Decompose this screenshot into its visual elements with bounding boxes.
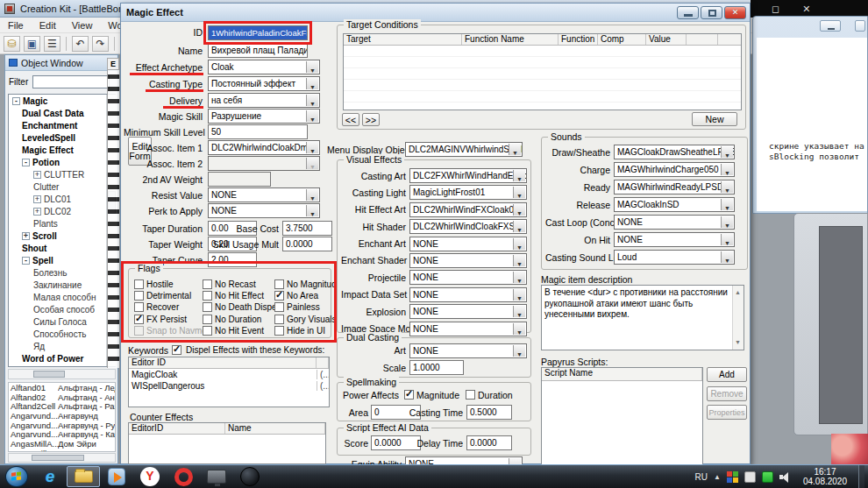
cell-list-item[interactable]: Alftand02 Альфтанд - Аним [9, 393, 115, 402]
visual-effect-dropdown[interactable]: DLC2FXWhirlWindHandEffects [409, 168, 527, 183]
checkbox-icon[interactable] [274, 326, 284, 336]
sound-dropdown[interactable]: MAGCloakDrawSheatheLPMSD [614, 145, 735, 159]
language-indicator[interactable]: RU [695, 472, 708, 482]
dropdown-arrow-icon[interactable] [513, 170, 525, 181]
taskbar-item-explorer[interactable] [67, 466, 100, 487]
description-textarea[interactable]: В течение <dur> с противники на расстоян… [541, 285, 744, 350]
tree-item[interactable]: Magic Effect [9, 144, 115, 156]
checkbox-icon[interactable] [203, 302, 212, 312]
cell-list-item[interactable]: Alftand2Cell Альфтанд - Разр [9, 401, 115, 411]
scroll-up-icon[interactable]: ▲ [735, 287, 741, 299]
column-header[interactable] [715, 34, 718, 45]
archetype-dropdown[interactable]: Cloak [208, 60, 320, 74]
tree-item[interactable]: Plants [9, 217, 115, 230]
dropdown-arrow-icon[interactable] [513, 238, 525, 250]
expand-icon[interactable] [22, 257, 30, 265]
save-icon[interactable]: ▣ [24, 36, 40, 52]
sound-dropdown[interactable]: Loud [614, 250, 735, 265]
keyword-row[interactable]: WISpellDangerous (... [129, 380, 329, 392]
flag-checkbox-item[interactable]: Gory Visuals [274, 315, 336, 324]
dropdown-arrow-icon[interactable] [513, 345, 525, 357]
checkbox-icon[interactable] [203, 279, 212, 289]
dropdown-arrow-icon[interactable] [306, 110, 318, 122]
minimize-button[interactable] [677, 6, 699, 19]
checkbox-icon[interactable] [203, 326, 212, 336]
cell-list-item[interactable]: AngasMillC... Деревня Анга - [9, 449, 115, 452]
dropdown-arrow-icon[interactable] [306, 205, 318, 216]
flag-checkbox-item[interactable]: No Duration [203, 315, 274, 324]
show-desktop-button[interactable] [858, 465, 864, 488]
flag-checkbox-item[interactable]: Detrimental [134, 291, 203, 301]
checkbox-icon[interactable] [134, 291, 144, 301]
cell-list-item[interactable]: Angarvund... Ангарвунд [9, 411, 115, 421]
dropdown-arrow-icon[interactable] [513, 187, 525, 198]
next-condition-button[interactable]: >> [362, 113, 380, 126]
menu-item[interactable]: View [64, 18, 101, 32]
maximize-button[interactable] [701, 6, 722, 19]
checkbox-icon[interactable] [134, 279, 144, 289]
open-icon[interactable]: ⛁ [4, 36, 20, 52]
flag-checkbox-item[interactable]: FX Persist [134, 315, 203, 324]
tree-item[interactable]: Clutter [9, 180, 115, 193]
close-button[interactable]: ✕ [724, 6, 746, 19]
tree-item[interactable]: Dual Cast Data [9, 107, 115, 119]
keyword-browse-button[interactable]: (... [317, 370, 329, 379]
tree-item[interactable]: Способность [9, 328, 115, 340]
expand-icon[interactable] [12, 97, 20, 105]
menu-display-dropdown[interactable]: DLC2MAGINVWhirlwindSpellArt [405, 142, 523, 157]
tree-item[interactable]: Potion [9, 156, 115, 168]
dropdown-arrow-icon[interactable] [509, 144, 521, 155]
expand-icon[interactable] [22, 232, 30, 240]
description-scrollbar[interactable]: ▲▼ [732, 286, 743, 350]
new-condition-button[interactable]: New [692, 112, 737, 126]
flag-checkbox-item[interactable]: No Recast [203, 279, 274, 289]
expand-icon[interactable] [33, 195, 41, 203]
tree-item[interactable]: Малая способн [9, 291, 115, 303]
base-cost-input[interactable]: 3.7500 [282, 221, 332, 236]
id-input[interactable]: 1WhirlwindPaladinCloakFFSelf [208, 25, 308, 40]
scrollbar-thumb[interactable] [33, 371, 65, 378]
tree-item[interactable]: Силы Голоса [9, 315, 115, 328]
sound-dropdown[interactable]: MAGWhirlwindReadyLPSD [614, 180, 735, 194]
tree-item[interactable]: DLC01 [9, 193, 115, 205]
dropdown-arrow-icon[interactable] [306, 95, 318, 106]
expand-icon[interactable] [33, 208, 41, 216]
dropdown-arrow-icon[interactable] [721, 199, 733, 210]
visual-effect-dropdown[interactable]: NONE [409, 322, 527, 336]
magnitude-checkbox[interactable] [404, 390, 414, 400]
tree-item[interactable]: Болезнь [9, 266, 115, 279]
visual-effect-dropdown[interactable]: DLC2WhirlWindFXCloak01 [409, 202, 527, 217]
dropdown-arrow-icon[interactable] [513, 204, 525, 216]
flag-checkbox-item[interactable]: No Area [274, 291, 336, 301]
delivery-dropdown[interactable]: на себя [208, 93, 320, 108]
flag-checkbox-item[interactable]: Snap to Navmesh [134, 326, 203, 336]
flag-checkbox-item[interactable]: No Hit Effect [203, 291, 274, 301]
volume-icon[interactable] [779, 471, 792, 483]
hidden-icons-icon[interactable]: ▲ [714, 473, 721, 481]
taskbar-item-game[interactable] [233, 465, 267, 488]
tree-item[interactable]: Scroll [9, 230, 115, 242]
visual-effect-dropdown[interactable]: NONE [409, 287, 527, 302]
cell-list-item[interactable]: Angarvund... Ангарвунд - Рун [9, 421, 115, 430]
tray-clipboard-icon[interactable] [744, 471, 756, 483]
expand-icon[interactable] [22, 159, 30, 166]
close-icon[interactable]: ✕ [802, 4, 810, 15]
checkbox-icon[interactable] [203, 291, 212, 301]
dropdown-arrow-icon[interactable] [513, 272, 525, 283]
column-header[interactable]: Function Name [462, 34, 559, 45]
undo-icon[interactable]: ↶ [72, 36, 89, 52]
visual-effect-dropdown[interactable]: MagicLightFrost01 [409, 185, 527, 200]
column-header[interactable]: Comp [598, 34, 646, 45]
tree-item[interactable]: DLC02 [9, 205, 115, 217]
perk-to-apply-dropdown[interactable]: NONE [208, 203, 320, 218]
dropdown-arrow-icon[interactable] [513, 289, 525, 301]
dual-scale-input[interactable]: 1.0000 [409, 360, 464, 375]
prev-condition-button[interactable]: << [342, 113, 359, 126]
column-header[interactable]: Value [646, 34, 687, 45]
cell-list-item[interactable]: Alftand01 Альфтанд - Ледя [9, 383, 115, 393]
visual-effect-dropdown[interactable]: NONE [409, 270, 527, 285]
tree-item[interactable]: CLUTTER [9, 168, 115, 180]
dual-art-dropdown[interactable]: NONE [409, 343, 527, 358]
tree-item[interactable]: Miscellaneous [9, 364, 115, 367]
flag-checkbox-item[interactable]: Recover [134, 302, 203, 312]
